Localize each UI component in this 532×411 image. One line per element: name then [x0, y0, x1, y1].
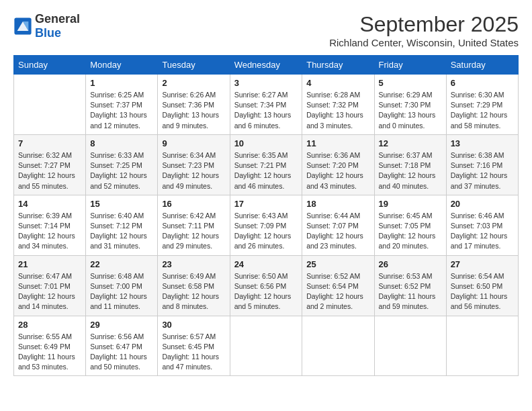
day-info: Sunrise: 6:29 AMSunset: 7:30 PMDaylight:… — [379, 90, 442, 131]
day-info: Sunrise: 6:53 AMSunset: 6:52 PMDaylight:… — [379, 271, 442, 312]
calendar-cell: 7Sunrise: 6:32 AMSunset: 7:27 PMDaylight… — [14, 134, 86, 195]
day-info: Sunrise: 6:30 AMSunset: 7:29 PMDaylight:… — [451, 90, 514, 131]
calendar-cell: 2Sunrise: 6:26 AMSunset: 7:36 PMDaylight… — [158, 75, 230, 135]
title-block: September 2025 Richland Center, Wisconsi… — [329, 12, 519, 48]
calendar-cell: 8Sunrise: 6:33 AMSunset: 7:25 PMDaylight… — [86, 134, 158, 195]
calendar-cell: 1Sunrise: 6:25 AMSunset: 7:37 PMDaylight… — [86, 75, 158, 135]
day-info: Sunrise: 6:55 AMSunset: 6:49 PMDaylight:… — [18, 332, 81, 373]
calendar-cell: 3Sunrise: 6:27 AMSunset: 7:34 PMDaylight… — [230, 75, 302, 135]
day-number: 24 — [234, 259, 298, 269]
day-number: 6 — [451, 78, 514, 88]
logo: General Blue — [13, 12, 80, 40]
day-number: 7 — [18, 138, 81, 148]
day-number: 2 — [162, 78, 225, 88]
month-title: September 2025 — [329, 12, 519, 37]
calendar-week-5: 28Sunrise: 6:55 AMSunset: 6:49 PMDayligh… — [14, 316, 519, 376]
day-number: 11 — [306, 138, 369, 148]
day-number: 19 — [379, 199, 442, 209]
day-number: 30 — [162, 320, 225, 330]
calendar-cell: 25Sunrise: 6:52 AMSunset: 6:54 PMDayligh… — [302, 255, 374, 316]
day-number: 15 — [90, 199, 153, 209]
page-header: General Blue September 2025 Richland Cen… — [13, 12, 519, 48]
weekday-header-thursday: Thursday — [302, 56, 374, 75]
weekday-header-friday: Friday — [374, 56, 446, 75]
day-number: 28 — [18, 320, 81, 330]
location-subtitle: Richland Center, Wisconsin, United State… — [329, 37, 519, 48]
day-info: Sunrise: 6:56 AMSunset: 6:47 PMDaylight:… — [90, 332, 153, 373]
day-info: Sunrise: 6:25 AMSunset: 7:37 PMDaylight:… — [90, 90, 153, 131]
calendar-cell: 5Sunrise: 6:29 AMSunset: 7:30 PMDaylight… — [374, 75, 446, 135]
calendar-week-3: 14Sunrise: 6:39 AMSunset: 7:14 PMDayligh… — [14, 195, 519, 255]
day-number: 1 — [90, 78, 153, 88]
day-info: Sunrise: 6:48 AMSunset: 7:00 PMDaylight:… — [90, 271, 153, 312]
day-number: 26 — [379, 259, 442, 269]
day-info: Sunrise: 6:57 AMSunset: 6:45 PMDaylight:… — [162, 332, 225, 373]
day-info: Sunrise: 6:32 AMSunset: 7:27 PMDaylight:… — [18, 150, 81, 191]
calendar-cell: 21Sunrise: 6:47 AMSunset: 7:01 PMDayligh… — [14, 255, 86, 316]
day-number: 13 — [451, 138, 514, 148]
day-number: 12 — [379, 138, 442, 148]
day-number: 14 — [18, 199, 81, 209]
day-number: 20 — [451, 199, 514, 209]
calendar-cell: 28Sunrise: 6:55 AMSunset: 6:49 PMDayligh… — [14, 316, 86, 376]
day-info: Sunrise: 6:44 AMSunset: 7:07 PMDaylight:… — [306, 211, 369, 252]
calendar-cell: 17Sunrise: 6:43 AMSunset: 7:09 PMDayligh… — [230, 195, 302, 255]
day-info: Sunrise: 6:28 AMSunset: 7:32 PMDaylight:… — [306, 90, 369, 131]
day-number: 25 — [306, 259, 369, 269]
calendar-cell: 15Sunrise: 6:40 AMSunset: 7:12 PMDayligh… — [86, 195, 158, 255]
day-info: Sunrise: 6:46 AMSunset: 7:03 PMDaylight:… — [451, 211, 514, 252]
calendar-week-2: 7Sunrise: 6:32 AMSunset: 7:27 PMDaylight… — [14, 134, 519, 195]
day-info: Sunrise: 6:36 AMSunset: 7:20 PMDaylight:… — [306, 150, 369, 191]
generalblue-logo-icon — [13, 17, 32, 36]
calendar-cell: 19Sunrise: 6:45 AMSunset: 7:05 PMDayligh… — [374, 195, 446, 255]
day-number: 18 — [306, 199, 369, 209]
calendar-week-1: 1Sunrise: 6:25 AMSunset: 7:37 PMDaylight… — [14, 75, 519, 135]
day-number: 4 — [306, 78, 369, 88]
day-info: Sunrise: 6:35 AMSunset: 7:21 PMDaylight:… — [234, 150, 298, 191]
day-number: 21 — [18, 259, 81, 269]
calendar-table: SundayMondayTuesdayWednesdayThursdayFrid… — [13, 55, 519, 376]
weekday-header-saturday: Saturday — [446, 56, 518, 75]
calendar-cell — [374, 316, 446, 376]
weekday-header-row: SundayMondayTuesdayWednesdayThursdayFrid… — [14, 56, 519, 75]
day-info: Sunrise: 6:49 AMSunset: 6:58 PMDaylight:… — [162, 271, 225, 312]
day-info: Sunrise: 6:33 AMSunset: 7:25 PMDaylight:… — [90, 150, 153, 191]
calendar-cell: 10Sunrise: 6:35 AMSunset: 7:21 PMDayligh… — [230, 134, 302, 195]
day-number: 27 — [451, 259, 514, 269]
calendar-cell: 23Sunrise: 6:49 AMSunset: 6:58 PMDayligh… — [158, 255, 230, 316]
calendar-week-4: 21Sunrise: 6:47 AMSunset: 7:01 PMDayligh… — [14, 255, 519, 316]
day-number: 8 — [90, 138, 153, 148]
day-info: Sunrise: 6:47 AMSunset: 7:01 PMDaylight:… — [18, 271, 81, 312]
calendar-cell: 16Sunrise: 6:42 AMSunset: 7:11 PMDayligh… — [158, 195, 230, 255]
day-number: 10 — [234, 138, 298, 148]
day-info: Sunrise: 6:26 AMSunset: 7:36 PMDaylight:… — [162, 90, 225, 131]
day-info: Sunrise: 6:37 AMSunset: 7:18 PMDaylight:… — [379, 150, 442, 191]
calendar-cell: 22Sunrise: 6:48 AMSunset: 7:00 PMDayligh… — [86, 255, 158, 316]
weekday-header-monday: Monday — [86, 56, 158, 75]
day-info: Sunrise: 6:27 AMSunset: 7:34 PMDaylight:… — [234, 90, 298, 131]
calendar-cell: 18Sunrise: 6:44 AMSunset: 7:07 PMDayligh… — [302, 195, 374, 255]
calendar-cell: 13Sunrise: 6:38 AMSunset: 7:16 PMDayligh… — [446, 134, 518, 195]
day-number: 17 — [234, 199, 298, 209]
day-number: 16 — [162, 199, 225, 209]
day-number: 9 — [162, 138, 225, 148]
calendar-cell: 29Sunrise: 6:56 AMSunset: 6:47 PMDayligh… — [86, 316, 158, 376]
weekday-header-tuesday: Tuesday — [158, 56, 230, 75]
day-number: 23 — [162, 259, 225, 269]
day-info: Sunrise: 6:52 AMSunset: 6:54 PMDaylight:… — [306, 271, 369, 312]
day-number: 22 — [90, 259, 153, 269]
day-info: Sunrise: 6:50 AMSunset: 6:56 PMDaylight:… — [234, 271, 298, 312]
day-number: 29 — [90, 320, 153, 330]
day-number: 5 — [379, 78, 442, 88]
calendar-cell: 26Sunrise: 6:53 AMSunset: 6:52 PMDayligh… — [374, 255, 446, 316]
calendar-cell: 9Sunrise: 6:34 AMSunset: 7:23 PMDaylight… — [158, 134, 230, 195]
logo-text: General Blue — [35, 12, 80, 40]
day-info: Sunrise: 6:43 AMSunset: 7:09 PMDaylight:… — [234, 211, 298, 252]
calendar-cell: 12Sunrise: 6:37 AMSunset: 7:18 PMDayligh… — [374, 134, 446, 195]
day-info: Sunrise: 6:38 AMSunset: 7:16 PMDaylight:… — [451, 150, 514, 191]
day-info: Sunrise: 6:45 AMSunset: 7:05 PMDaylight:… — [379, 211, 442, 252]
calendar-cell: 6Sunrise: 6:30 AMSunset: 7:29 PMDaylight… — [446, 75, 518, 135]
calendar-cell — [14, 75, 86, 135]
day-number: 3 — [234, 78, 298, 88]
calendar-cell: 24Sunrise: 6:50 AMSunset: 6:56 PMDayligh… — [230, 255, 302, 316]
